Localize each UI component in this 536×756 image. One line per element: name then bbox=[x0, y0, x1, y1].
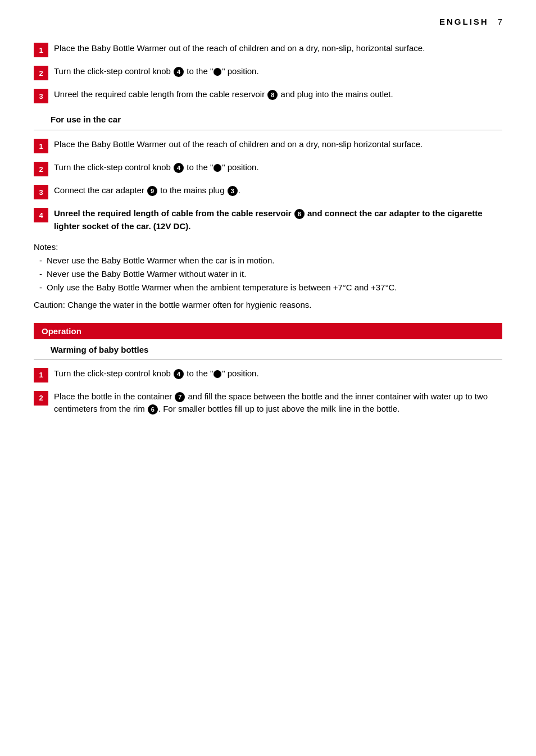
car-step-2: 2 Turn the click-step control knob 4 to … bbox=[34, 161, 502, 176]
car-step-3-text: Connect the car adapter 9 to the mains p… bbox=[54, 184, 502, 197]
page-header: ENGLISH 7 bbox=[34, 17, 502, 26]
car-step-1-text: Place the Baby Bottle Warmer out of the … bbox=[54, 138, 502, 151]
warming-sub-title: Warming of baby bottles bbox=[51, 345, 502, 354]
home-step-3-badge: 3 bbox=[34, 89, 48, 103]
op-step-2-badge: 2 bbox=[34, 391, 48, 406]
home-step-1-badge: 1 bbox=[34, 43, 48, 57]
note-dash-2: - bbox=[39, 267, 42, 281]
operation-bar: Operation bbox=[34, 323, 502, 339]
home-step-2-badge: 2 bbox=[34, 66, 48, 80]
filled-circle-op1 bbox=[214, 370, 221, 378]
home-step-3-text: Unreel the required cable length from th… bbox=[54, 88, 502, 101]
op-step-2: 2 Place the bottle in the container 7 an… bbox=[34, 390, 502, 416]
op-step-1-badge: 1 bbox=[34, 368, 48, 382]
plug-icon-car3: 3 bbox=[228, 186, 238, 196]
operation-section: Operation Warming of baby bottles 1 Turn… bbox=[34, 323, 502, 416]
note-item-2: - Never use the Baby Bottle Warmer witho… bbox=[39, 267, 502, 281]
notes-section: Notes: - Never use the Baby Bottle Warme… bbox=[34, 240, 502, 312]
note-item-3: - Only use the Baby Bottle Warmer when t… bbox=[39, 281, 502, 294]
operation-title: Operation bbox=[42, 326, 81, 336]
car-step-3-badge: 3 bbox=[34, 185, 48, 199]
car-step-2-text: Turn the click-step control knob 4 to th… bbox=[54, 161, 502, 174]
filled-circle-home2 bbox=[214, 68, 221, 76]
home-step-3: 3 Unreel the required cable length from … bbox=[34, 88, 502, 103]
language-label: ENGLISH bbox=[439, 17, 489, 26]
car-step-3: 3 Connect the car adapter 9 to the mains… bbox=[34, 184, 502, 199]
knob-icon-home2: 4 bbox=[174, 67, 184, 77]
op-step-2-text: Place the bottle in the container 7 and … bbox=[54, 390, 502, 416]
home-step-2: 2 Turn the click-step control knob 4 to … bbox=[34, 65, 502, 80]
car-section: For use in the car 1 Place the Baby Bott… bbox=[34, 115, 502, 233]
car-section-title: For use in the car bbox=[51, 115, 502, 124]
page-number: 7 bbox=[498, 17, 502, 26]
home-step-1-text: Place the Baby Bottle Warmer out of the … bbox=[54, 42, 502, 55]
car-step-2-badge: 2 bbox=[34, 162, 48, 176]
car-step-4-text: Unreel the required length of cable from… bbox=[54, 207, 502, 233]
car-step-4: 4 Unreel the required length of cable fr… bbox=[34, 207, 502, 233]
home-step-2-text: Turn the click-step control knob 4 to th… bbox=[54, 65, 502, 78]
note-item-1: - Never use the Baby Bottle Warmer when … bbox=[39, 254, 502, 267]
op-step-1-text: Turn the click-step control knob 4 to th… bbox=[54, 367, 502, 380]
reservoir-icon-car4: 8 bbox=[294, 209, 305, 219]
container-icon-op2: 7 bbox=[175, 392, 185, 402]
knob-icon-car2: 4 bbox=[174, 163, 184, 173]
knob-icon-op1: 4 bbox=[174, 369, 184, 379]
notes-label: Notes: bbox=[34, 240, 502, 254]
warming-divider bbox=[34, 359, 502, 359]
adapter-icon-car3: 9 bbox=[147, 186, 157, 196]
car-divider bbox=[34, 130, 502, 130]
car-step-1: 1 Place the Baby Bottle Warmer out of th… bbox=[34, 138, 502, 153]
filled-circle-car2 bbox=[214, 164, 221, 172]
op-step-1: 1 Turn the click-step control knob 4 to … bbox=[34, 367, 502, 382]
note-dash-1: - bbox=[39, 254, 42, 267]
reservoir-icon-home3: 8 bbox=[267, 90, 278, 100]
home-step-1: 1 Place the Baby Bottle Warmer out of th… bbox=[34, 42, 502, 57]
note-text-1: Never use the Baby Bottle Warmer when th… bbox=[47, 254, 274, 267]
caution-text: Caution: Change the water in the bottle … bbox=[34, 299, 502, 312]
note-text-3: Only use the Baby Bottle Warmer when the… bbox=[47, 281, 397, 294]
rim-icon-op2: 6 bbox=[148, 404, 158, 415]
note-dash-3: - bbox=[39, 281, 42, 294]
car-step-4-badge: 4 bbox=[34, 208, 48, 222]
car-step-1-badge: 1 bbox=[34, 139, 48, 153]
note-text-2: Never use the Baby Bottle Warmer without… bbox=[47, 267, 246, 281]
